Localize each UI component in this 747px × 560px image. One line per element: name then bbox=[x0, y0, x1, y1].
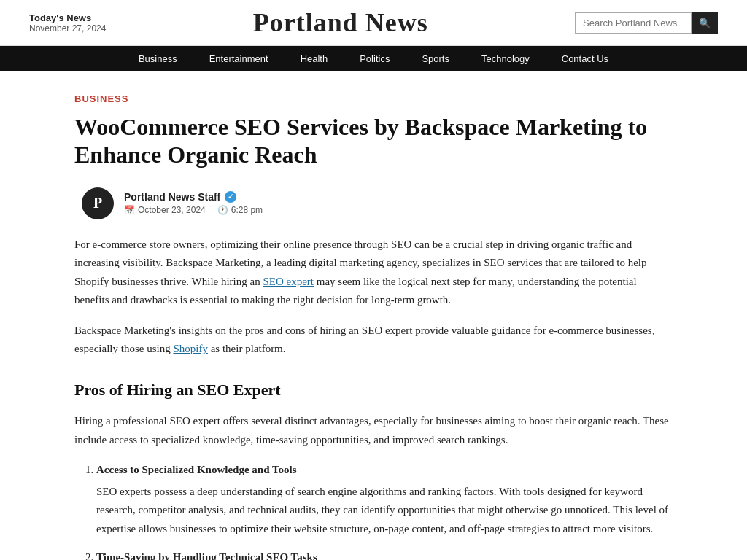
author-time: 6:28 pm bbox=[231, 205, 263, 215]
header-date: November 27, 2024 bbox=[29, 23, 106, 34]
list-item-1-title: Access to Specialized Knowledge and Tool… bbox=[96, 461, 673, 480]
nav-item-contact[interactable]: Contact Us bbox=[546, 46, 624, 71]
list-item-2: Time-Saving by Handling Technical SEO Ta… bbox=[96, 548, 673, 560]
nav-item-sports[interactable]: Sports bbox=[406, 46, 465, 71]
author-name: Portland News Staff bbox=[124, 191, 220, 203]
article-main: BUSINESS WooCommerce SEO Services by Bac… bbox=[45, 71, 702, 560]
pros-list: Access to Specialized Knowledge and Tool… bbox=[74, 461, 673, 560]
author-name-row: Portland News Staff ✓ bbox=[124, 191, 263, 203]
article-category: BUSINESS bbox=[74, 93, 673, 104]
article-body: For e-commerce store owners, optimizing … bbox=[74, 236, 673, 560]
author-time-block: 🕐 6:28 pm bbox=[217, 205, 263, 215]
avatar: P bbox=[82, 187, 114, 219]
intro-paragraph-2: Backspace Marketing's insights on the pr… bbox=[74, 322, 673, 359]
nav-item-health[interactable]: Health bbox=[285, 46, 344, 71]
seo-expert-link[interactable]: SEO expert bbox=[263, 276, 314, 287]
search-button[interactable]: 🔍 bbox=[692, 12, 718, 34]
author-block: P Portland News Staff ✓ 📅 October 23, 20… bbox=[74, 187, 673, 219]
list-item-2-title: Time-Saving by Handling Technical SEO Ta… bbox=[96, 548, 673, 560]
header-date-block: Today's News November 27, 2024 bbox=[29, 12, 106, 34]
pros-heading: Pros of Hiring an SEO Expert bbox=[74, 376, 673, 403]
nav-item-business[interactable]: Business bbox=[123, 46, 193, 71]
site-logo: Portland News bbox=[253, 7, 428, 38]
nav-item-technology[interactable]: Technology bbox=[465, 46, 546, 71]
nav-item-politics[interactable]: Politics bbox=[344, 46, 406, 71]
search-icon: 🔍 bbox=[699, 18, 711, 28]
nav-item-entertainment[interactable]: Entertainment bbox=[193, 46, 285, 71]
clock-icon: 🕐 bbox=[217, 205, 228, 215]
intro-paragraph-1: For e-commerce store owners, optimizing … bbox=[74, 236, 673, 310]
main-nav: Business Entertainment Health Politics S… bbox=[0, 46, 747, 71]
today-label: Today's News bbox=[29, 12, 106, 23]
site-header: Today's News November 27, 2024 Portland … bbox=[0, 0, 747, 46]
shopify-link[interactable]: Shopify bbox=[173, 343, 208, 354]
author-date: October 23, 2024 bbox=[138, 205, 206, 215]
calendar-icon: 📅 bbox=[124, 205, 135, 215]
search-input[interactable] bbox=[575, 12, 692, 34]
verified-icon: ✓ bbox=[225, 191, 236, 203]
article-title: WooCommerce SEO Services by Backspace Ma… bbox=[74, 113, 673, 169]
author-date-block: 📅 October 23, 2024 bbox=[124, 205, 206, 215]
pros-intro: Hiring a professional SEO expert offers … bbox=[74, 412, 673, 449]
author-meta: 📅 October 23, 2024 🕐 6:28 pm bbox=[124, 205, 263, 215]
list-item-1: Access to Specialized Knowledge and Tool… bbox=[96, 461, 673, 538]
search-form: 🔍 bbox=[575, 12, 718, 34]
author-info: Portland News Staff ✓ 📅 October 23, 2024… bbox=[124, 191, 263, 215]
